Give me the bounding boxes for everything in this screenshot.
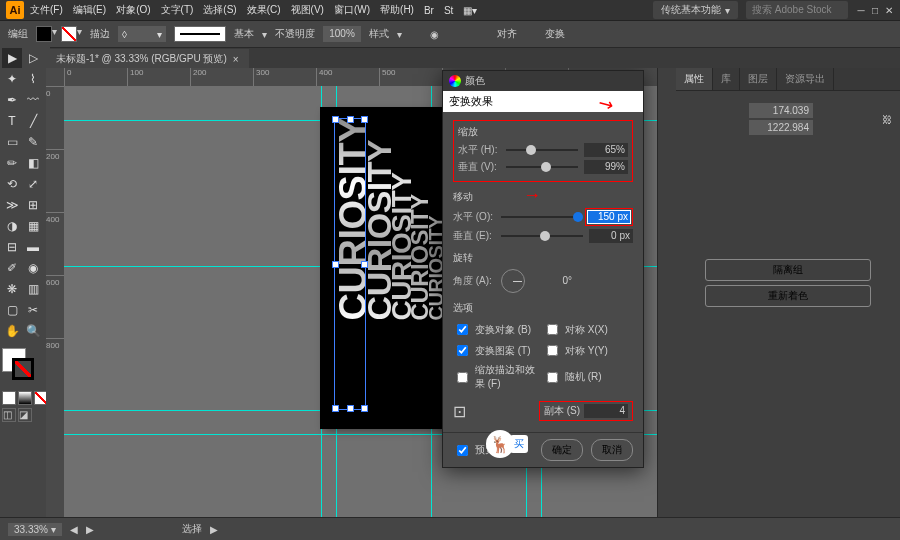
move-h-slider[interactable]	[501, 210, 579, 224]
link-icon[interactable]: ⛓	[882, 114, 892, 125]
angle-label: 角度 (A):	[453, 274, 495, 288]
watermark-label: 买	[510, 435, 528, 453]
cancel-button[interactable]: 取消	[591, 439, 633, 461]
ok-button[interactable]: 确定	[541, 439, 583, 461]
close-icon[interactable]: ×	[233, 54, 239, 65]
opt-transform-pattern[interactable]: 变换图案 (T)	[453, 342, 543, 359]
tab-properties[interactable]: 属性	[676, 68, 713, 90]
menu-view[interactable]: 视图(V)	[287, 1, 328, 19]
fill-stroke-swatches[interactable]: ▾ ▾	[36, 26, 82, 42]
opt-random[interactable]: 随机 (R)	[543, 363, 633, 391]
menu-file[interactable]: 文件(F)	[26, 1, 67, 19]
collapsed-panel-title[interactable]: 颜色	[465, 74, 485, 88]
direct-selection-tool[interactable]: ▷	[23, 48, 43, 68]
ruler-vertical[interactable]: 0200400600800	[46, 86, 64, 518]
tab-asset-export[interactable]: 资源导出	[777, 68, 834, 90]
nav-next-icon[interactable]: ▶	[210, 524, 218, 535]
ruler-origin[interactable]	[46, 68, 64, 86]
anchor-point-icon[interactable]: ⊡	[453, 402, 466, 421]
options-bar: 编组 ▾ ▾ 描边 ◊▾ 基本▾ 不透明度 100% 样式▾ ◉ 对齐 变换	[0, 21, 900, 48]
status-info: 选择	[182, 522, 202, 536]
stroke-style-label: 基本	[234, 27, 254, 41]
options-section-label: 选项	[453, 301, 633, 315]
menu-object[interactable]: 对象(O)	[112, 1, 154, 19]
chevron-down-icon: ▾	[725, 5, 730, 16]
transform-label[interactable]: 变换	[545, 27, 565, 41]
menu-arrange-icon[interactable]: ▦▾	[459, 3, 481, 18]
document-tabs: 未标题-1* @ 33.33% (RGB/GPU 预览)×	[0, 48, 900, 70]
menu-br-icon[interactable]: Br	[420, 3, 438, 18]
stroke-profile[interactable]	[174, 26, 226, 42]
angle-dial[interactable]	[501, 269, 525, 293]
scale-v-label: 垂直 (V):	[458, 160, 500, 174]
scale-v-slider[interactable]	[506, 160, 578, 174]
move-section-label: 移动	[453, 190, 633, 204]
transform-y-value[interactable]: 1222.984	[749, 120, 813, 135]
align-label[interactable]: 对齐	[497, 27, 517, 41]
minimize-icon[interactable]: ─	[856, 5, 866, 15]
dialog-title: 变换效果	[443, 91, 643, 112]
copies-label: 副本 (S)	[544, 404, 580, 418]
opt-transform-object[interactable]: 变换对象 (B)	[453, 321, 543, 338]
zoom-level[interactable]: 33.33% ▾	[8, 523, 62, 536]
opt-scale-stroke[interactable]: 缩放描边和效果 (F)	[453, 363, 543, 391]
doc-setup-icon[interactable]: ◉	[430, 29, 439, 40]
dialog-titlebar[interactable]: 颜色	[443, 71, 643, 91]
fill-swatch[interactable]	[36, 26, 52, 42]
selection-tool[interactable]: ▶	[2, 48, 22, 68]
menu-help[interactable]: 帮助(H)	[376, 1, 418, 19]
scale-h-slider[interactable]	[506, 143, 578, 157]
tab-libraries[interactable]: 库	[713, 68, 740, 90]
opacity-label: 不透明度	[275, 27, 315, 41]
menu-select[interactable]: 选择(S)	[199, 1, 240, 19]
menu-type[interactable]: 文字(T)	[157, 1, 198, 19]
isolate-group-button[interactable]: 隔离组	[705, 259, 871, 281]
color-wheel-icon	[449, 75, 461, 87]
move-h-label: 水平 (O):	[453, 210, 495, 224]
style-label: 样式	[369, 27, 389, 41]
opacity-input[interactable]: 100%	[323, 26, 361, 42]
panel-tabs: 属性 库 图层 资源导出	[676, 68, 900, 91]
opt-mirror-y[interactable]: 对称 Y(Y)	[543, 342, 633, 359]
stroke-swatch[interactable]	[61, 26, 77, 42]
search-input[interactable]: 搜索 Adobe Stock	[746, 1, 848, 19]
chevron-down-icon[interactable]: ▾	[52, 26, 57, 42]
angle-value[interactable]: 0°	[531, 274, 575, 288]
maximize-icon[interactable]: □	[870, 5, 880, 15]
rotate-section-label: 旋转	[453, 251, 633, 265]
app-logo: Ai	[6, 1, 24, 19]
selection-type-label: 编组	[8, 27, 28, 41]
window-controls: ─ □ ✕	[856, 5, 894, 15]
nav-next-icon[interactable]: ▶	[86, 524, 94, 535]
menu-edit[interactable]: 编辑(E)	[69, 1, 110, 19]
copies-value[interactable]: 4	[584, 404, 628, 418]
right-panel: 属性 库 图层 资源导出 174.039 1222.984 ⛓ 隔离组 重新着色	[657, 68, 900, 518]
close-icon[interactable]: ✕	[884, 5, 894, 15]
stroke-label: 描边	[90, 27, 110, 41]
recolor-button[interactable]: 重新着色	[705, 285, 871, 307]
move-v-slider[interactable]	[501, 229, 583, 243]
statusbar: 33.33% ▾ ◀ ▶ 选择 ▶	[0, 517, 900, 540]
canvas[interactable]: 0100200300400500600700800 0200400600800 …	[46, 68, 658, 518]
chevron-down-icon[interactable]: ▾	[77, 26, 82, 42]
chevron-down-icon[interactable]: ▾	[397, 29, 402, 40]
stroke-width-input[interactable]: ◊▾	[118, 26, 166, 42]
menu-st-icon[interactable]: St	[440, 3, 457, 18]
menu-effect[interactable]: 效果(C)	[243, 1, 285, 19]
scale-h-value[interactable]: 65%	[584, 143, 628, 157]
menu-window[interactable]: 窗口(W)	[330, 1, 374, 19]
menubar: Ai 文件(F) 编辑(E) 对象(O) 文字(T) 选择(S) 效果(C) 视…	[0, 0, 900, 21]
workspace-dropdown[interactable]: 传统基本功能▾	[653, 1, 738, 19]
nav-prev-icon[interactable]: ◀	[70, 524, 78, 535]
selection-bounds[interactable]	[334, 118, 366, 410]
tab-layers[interactable]: 图层	[740, 68, 777, 90]
move-v-value[interactable]: 0 px	[589, 229, 633, 243]
move-h-value[interactable]: 150 px	[587, 210, 631, 224]
document-tab[interactable]: 未标题-1* @ 33.33% (RGB/GPU 预览)×	[46, 49, 249, 69]
scale-v-value[interactable]: 99%	[584, 160, 628, 174]
chevron-down-icon[interactable]: ▾	[262, 29, 267, 40]
move-v-label: 垂直 (E):	[453, 229, 495, 243]
transform-x-value[interactable]: 174.039	[749, 103, 813, 118]
scale-section-label: 缩放	[458, 125, 628, 139]
opt-mirror-x[interactable]: 对称 X(X)	[543, 321, 633, 338]
